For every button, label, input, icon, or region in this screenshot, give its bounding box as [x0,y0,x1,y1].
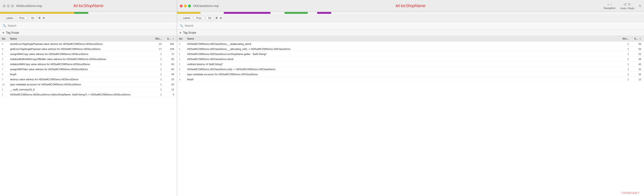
right-color-segment-green [284,12,308,14]
left-window-title: let locShopName [74,4,104,8]
left-close-button[interactable] [3,4,6,7]
left-window: HDStructDemo.hop let locShopName Labels … [0,0,177,196]
left-dot-icon[interactable]: ● [43,16,44,20]
right-row-name: HDSwiftCOWDemo.HDClassDemo.locShopName.g… [187,53,619,56]
right-tag-scope-arrow: ▶ [180,31,182,34]
right-row-blo: 1 [619,78,631,81]
nav-back-button[interactable]: ‹ [608,2,609,6]
right-col-header-idx[interactable]: Idx [179,37,187,40]
right-search-input[interactable] [185,24,641,28]
right-row-blo: 1 [619,48,631,50]
left-traffic-lights [3,4,14,7]
right-table-row[interactable]: 3 outlined destroy of Swift.String? 1 40 [177,62,644,67]
right-tag-scope-label: Tag Scope [183,31,196,34]
nav-forward-button[interactable]: › [610,2,611,6]
right-traffic-lights [180,4,191,7]
right-labels-button[interactable]: Labels [181,16,192,20]
right-search-icon: 🔍 [180,24,183,28]
right-row-s: 32 [631,73,642,76]
left-search-icon: 🔍 [3,24,6,28]
left-row-idx: 4 [2,63,10,66]
left-table-row[interactable]: 0 ltmp0 1 48 [0,72,177,77]
left-color-segment-green [74,12,88,14]
left-table-row[interactable]: 8 getEnumTagSinglePayload value witness … [0,46,177,52]
right-row-s: 12 [631,78,642,81]
right-close-button[interactable] [180,4,182,7]
left-row-idx: 3 [2,78,10,81]
left-row-blo: 24 [152,42,164,45]
left-str-button[interactable]: Str [29,16,36,20]
right-table-row[interactable]: 1 HDSwiftCOWDemo.HDClassDemo.locShopName… [177,52,644,56]
right-star-icon[interactable]: ★ [215,16,218,20]
left-table-row[interactable]: 9 storeEnumTagSinglePayload value witnes… [0,42,177,46]
left-row-s: 48 [164,73,175,76]
left-star-icon[interactable]: ★ [38,16,41,20]
left-table-row[interactable]: 5 assignWithCopy value witness for HDSwi… [0,52,177,56]
right-row-name: HDSwiftCOWDemo.HDClassDemo.__allocating_… [187,48,619,50]
left-maximize-button[interactable] [11,4,14,7]
left-row-idx: 9 [2,42,10,45]
left-row-name: destroy value witness for HDSwiftCOWDemo… [10,78,152,81]
left-table-row[interactable]: 1 HDSwiftCOWDemo.HDStructDemo.init(locSh… [0,92,177,97]
left-search-input[interactable] [8,24,174,28]
right-row-s: 56 [631,42,642,45]
left-labels-button[interactable]: Labels [4,16,15,20]
right-row-blo: 1 [619,73,631,76]
left-row-blo: 1 [152,53,164,56]
left-table-row[interactable]: 4 initializeWithCopy value witness for H… [0,62,177,67]
right-row-s: 48 [631,58,642,60]
tr-label: Tr [639,4,641,7]
left-row-blo: 1 [152,73,164,76]
left-tag-scope[interactable]: ▶ Tag Scope [0,30,177,36]
left-row-idx: 2 [2,58,10,60]
right-proc-button[interactable]: Proc. [194,16,204,20]
right-dot-icon[interactable]: ● [220,16,222,20]
right-minimize-button[interactable] [184,4,187,7]
left-row-blo: 1 [152,93,164,96]
right-str-button[interactable]: Str [206,16,214,20]
left-row-name: initializeWithCopy value witness for HDS… [10,63,152,66]
right-table-row[interactable]: 4 HDSwiftCOWDemo.HDClassDemo.__deallocat… [177,42,644,46]
left-toolbar: Labels Proc. Str ★ ● [0,14,177,22]
left-row-idx: 6 [2,88,10,91]
right-color-gap3 [308,12,317,14]
right-table-body: 4 HDSwiftCOWDemo.HDClassDemo.__deallocat… [177,42,644,196]
left-tag-scope-arrow: ▶ [3,31,4,34]
left-minimize-button[interactable] [7,4,10,7]
left-table-row[interactable]: 10 type metadata accessor for HDSwiftCOW… [0,82,177,87]
left-tag-scope-label: Tag Scope [6,31,19,34]
right-row-idx: 2 [179,58,187,60]
left-table-row[interactable]: 2 initializeBufferWithCopyOfBuffer value… [0,56,177,62]
undo-redo-arrows: ↺ ↻ [624,2,631,7]
right-row-idx: 0 [179,78,187,81]
right-table-row[interactable]: 5 HDSwiftCOWDemo.HDClassDemo.__allocatin… [177,46,644,52]
left-row-s: 20 [164,83,175,86]
left-proc-button[interactable]: Proc. [17,16,27,20]
left-row-idx: 1 [2,93,10,96]
right-table-row[interactable]: 0 ltmp0 1 12 [177,77,644,82]
left-table-row[interactable]: 7 assignWithTake value witness for HDSwi… [0,67,177,72]
right-sort-indicator: ▼ [639,38,641,40]
right-row-idx: 6 [179,68,187,70]
right-table-row[interactable]: 6 HDSwiftCOWDemo.HDClassDemo.init() -> H… [177,67,644,72]
left-row-idx: 5 [2,53,10,56]
right-table-row[interactable]: 2 HDSwiftCOWDemo.HDClassDemo.deinit 1 48 [177,56,644,62]
right-window-title: let locShopName [396,4,426,8]
left-row-blo: 17 [152,48,164,50]
undo-button[interactable]: ↺ [624,2,626,7]
left-col-header-name[interactable]: Name [10,37,152,40]
right-col-header-name[interactable]: Name [187,37,619,40]
left-row-s: 248 [164,48,175,50]
left-row-s: 60 [164,58,175,60]
left-table-row[interactable]: 3 destroy value witness for HDSwiftCOWDe… [0,77,177,82]
left-col-header-idx[interactable]: Idx [2,37,10,40]
left-row-name: ltmp0 [10,73,152,76]
redo-button[interactable]: ↻ [628,2,631,7]
left-row-name: __swift_memcpy16_8 [10,88,152,91]
left-table-row[interactable]: 6 __swift_memcpy16_8 1 12 [0,87,177,92]
right-row-name: ltmp0 [187,78,619,81]
right-tag-scope[interactable]: ▶ Tag Scope [177,30,644,36]
right-maximize-button[interactable] [188,4,191,7]
right-table-row[interactable]: 7 type metadata accessor for HDSwiftCOWD… [177,72,644,77]
left-row-s: 24 [164,78,175,81]
